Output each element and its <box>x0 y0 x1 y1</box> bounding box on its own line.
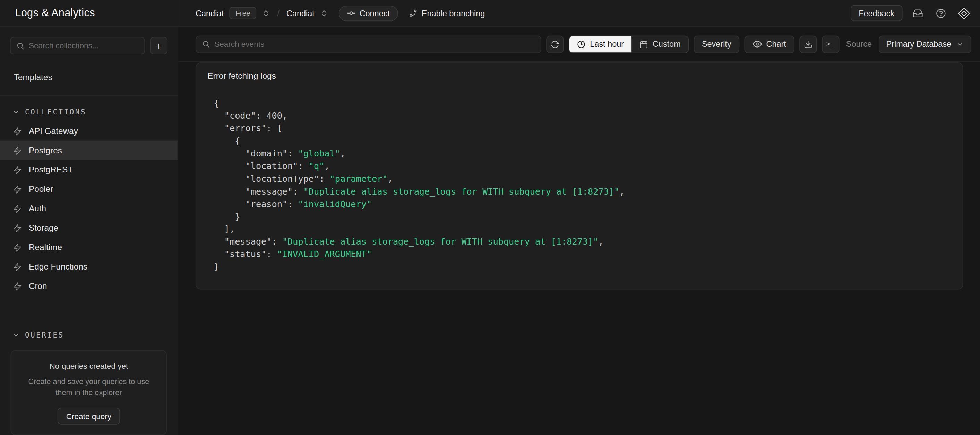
collections-header-label: COLLECTIONS <box>25 108 86 116</box>
feedback-button[interactable]: Feedback <box>851 5 903 21</box>
org-switcher-icon[interactable] <box>262 9 270 17</box>
code-line: } <box>214 210 951 222</box>
plan-badge: Free <box>229 7 257 19</box>
collections-section-header[interactable]: COLLECTIONS <box>0 107 178 117</box>
org-name[interactable]: Candiat <box>196 8 224 18</box>
collection-zap-icon <box>13 185 22 194</box>
collection-zap-icon <box>13 243 22 252</box>
main-area: Last hour Custom Severity <box>178 27 980 435</box>
error-panel: Error fetching logs { "code": 400, "erro… <box>196 62 963 290</box>
sidebar-item-pooler[interactable]: Pooler <box>0 180 178 199</box>
chevron-down-icon <box>13 109 19 116</box>
code-line: "message": "Duplicate alias storage_logs… <box>214 235 951 248</box>
code-line: "reason": "invalidQuery" <box>214 198 951 210</box>
chart-toggle-button[interactable]: Chart <box>744 35 794 53</box>
code-line: "status": "INVALID_ARGUMENT" <box>214 248 951 260</box>
collections-search-box <box>10 37 145 54</box>
severity-label: Severity <box>702 40 731 49</box>
sidebar: + Templates COLLECTIONS API GatewayPostg… <box>0 27 178 435</box>
collection-label: PostgREST <box>29 165 73 174</box>
severity-filter-button[interactable]: Severity <box>694 35 740 53</box>
breadcrumb: Candiat Free / Candiat Connect Enable b <box>178 0 851 26</box>
queries-section-header[interactable]: QUERIES <box>0 328 178 343</box>
error-panel-title: Error fetching logs <box>196 63 963 88</box>
sidebar-divider <box>0 95 178 96</box>
assistant-diamond-icon[interactable] <box>956 5 972 21</box>
collection-zap-icon <box>13 166 22 174</box>
create-query-button[interactable]: Create query <box>57 408 120 425</box>
queries-section: QUERIES No queries created yet Create an… <box>0 316 178 435</box>
code-line: { <box>214 97 951 109</box>
source-select[interactable]: Primary Database <box>879 35 971 53</box>
collection-label: Edge Functions <box>29 262 88 272</box>
top-header: Logs & Analytics Candiat Free / Candiat … <box>0 0 980 27</box>
query-terminal-button[interactable]: >_ <box>822 35 839 53</box>
chevron-down-icon <box>956 40 964 48</box>
enable-branching-button[interactable]: Enable branching <box>409 8 485 18</box>
collection-zap-icon <box>13 282 22 290</box>
enable-branching-label: Enable branching <box>422 8 485 18</box>
connect-button[interactable]: Connect <box>339 5 398 21</box>
terminal-icon: >_ <box>826 40 835 48</box>
sidebar-item-edge-functions[interactable]: Edge Functions <box>0 257 178 276</box>
queries-empty-title: No queries created yet <box>21 362 156 371</box>
code-line: ], <box>214 223 951 235</box>
sidebar-item-templates[interactable]: Templates <box>0 72 178 82</box>
breadcrumb-separator: / <box>276 8 281 18</box>
time-range-custom-label: Custom <box>653 40 681 49</box>
collection-label: Auth <box>29 204 46 214</box>
clock-icon <box>577 40 585 48</box>
collection-label: Realtime <box>29 243 62 252</box>
code-line: "locationType": "parameter", <box>214 172 951 185</box>
collection-label: Storage <box>29 223 58 233</box>
calendar-icon <box>640 40 648 48</box>
search-icon <box>16 41 24 49</box>
code-line: { <box>214 135 951 147</box>
code-block: { "code": 400, "errors": [ { "domain": "… <box>196 88 963 289</box>
download-icon <box>803 40 812 48</box>
collections-search-input[interactable] <box>29 41 139 50</box>
time-range-last-hour[interactable]: Last hour <box>570 36 632 53</box>
header-actions: Feedback <box>851 0 980 26</box>
connect-label: Connect <box>360 8 390 18</box>
time-range-segmented-control: Last hour Custom <box>569 35 689 53</box>
sidebar-item-realtime[interactable]: Realtime <box>0 237 178 257</box>
sidebar-search-row: + <box>0 37 178 54</box>
sidebar-item-postgres[interactable]: Postgres <box>0 141 178 160</box>
time-range-custom[interactable]: Custom <box>632 36 688 53</box>
code-line: "message": "Duplicate alias storage_logs… <box>214 185 951 198</box>
collection-label: Cron <box>29 281 47 291</box>
connect-icon <box>347 9 356 18</box>
events-search-input[interactable] <box>214 40 535 48</box>
collection-zap-icon <box>13 224 22 233</box>
collection-zap-icon <box>13 146 22 155</box>
collection-label: Postgres <box>29 146 62 155</box>
content-shell: + Templates COLLECTIONS API GatewayPostg… <box>0 27 980 435</box>
help-icon[interactable] <box>932 5 949 21</box>
logs-toolbar: Last hour Custom Severity <box>178 27 980 62</box>
collection-label: API Gateway <box>29 126 78 135</box>
add-collection-button[interactable]: + <box>150 37 167 54</box>
code-line: } <box>214 260 951 272</box>
source-value: Primary Database <box>886 40 951 49</box>
chevron-down-icon <box>13 332 19 339</box>
download-button[interactable] <box>799 35 817 53</box>
sidebar-item-api-gateway[interactable]: API Gateway <box>0 121 178 141</box>
queries-empty-state: No queries created yet Create and save y… <box>11 351 167 435</box>
code-line: "location": "q", <box>214 159 951 172</box>
time-range-last-hour-label: Last hour <box>590 40 624 49</box>
project-name[interactable]: Candiat <box>286 8 315 18</box>
source-label: Source <box>846 40 872 49</box>
inbox-icon[interactable] <box>909 5 926 21</box>
sidebar-item-postgrest[interactable]: PostgREST <box>0 160 178 180</box>
sidebar-item-storage[interactable]: Storage <box>0 218 178 237</box>
code-line: "domain": "global", <box>214 147 951 159</box>
logs-analytics-page: Logs & Analytics Candiat Free / Candiat … <box>0 0 980 435</box>
project-switcher-icon[interactable] <box>320 9 328 17</box>
queries-header-label: QUERIES <box>25 331 64 339</box>
chart-label: Chart <box>766 40 786 49</box>
sidebar-item-cron[interactable]: Cron <box>0 276 178 296</box>
sidebar-item-auth[interactable]: Auth <box>0 199 178 218</box>
collection-zap-icon <box>13 204 22 213</box>
refresh-button[interactable] <box>546 35 563 53</box>
